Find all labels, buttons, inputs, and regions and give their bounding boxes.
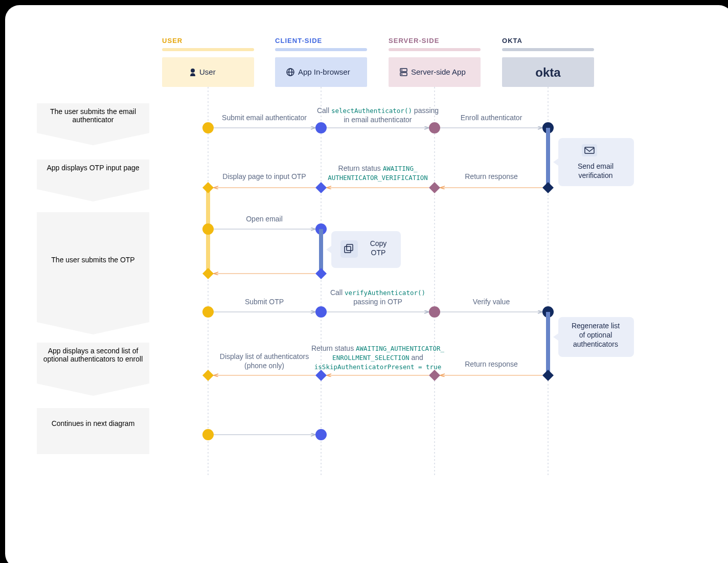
sequence-diagram: USER CLIENT-SIDE SERVER-SIDE OKTA User A… — [5, 5, 728, 563]
svg-point-23 — [429, 122, 440, 133]
lane-user-text: User — [199, 67, 216, 76]
note-regenerate: Regenerate list of optional authenticato… — [553, 317, 634, 357]
msg-verify-auth: Call verifyAuthenticator() — [330, 288, 425, 297]
msg-submit-otp: Submit OTP — [245, 298, 284, 306]
svg-text:verification: verification — [579, 171, 613, 179]
svg-point-67 — [202, 429, 214, 440]
svg-point-10 — [402, 70, 402, 71]
svg-rect-27 — [582, 144, 597, 156]
okta-logo: okta — [535, 65, 561, 79]
msg-enroll-auth: Enroll authenticator — [461, 114, 522, 122]
svg-point-37 — [202, 223, 214, 235]
lane-user-label: USER — [162, 37, 183, 44]
svg-rect-41 — [340, 240, 358, 258]
msg-return-response-2: Return response — [465, 360, 518, 368]
svg-text:(phone only): (phone only) — [244, 362, 284, 370]
msg-verify-value: Verify value — [473, 298, 510, 306]
svg-text:OTP: OTP — [371, 249, 386, 257]
step-1: The user submits the email authenticator — [37, 103, 149, 145]
note-send-email: Send email verification — [553, 138, 634, 186]
msg-select-auth: Call selectAuthenticator() passing — [317, 106, 439, 115]
msg-return-response-1: Return response — [465, 172, 518, 181]
lane-client-text: App In-browser — [298, 67, 350, 76]
lane-client-label: CLIENT-SIDE — [275, 37, 322, 44]
step-2: App displays OTP input page — [37, 160, 149, 201]
svg-rect-3 — [502, 48, 594, 51]
svg-rect-25 — [546, 128, 550, 188]
svg-point-22 — [315, 122, 327, 133]
msg-display-otp-page: Display page to input OTP — [222, 172, 306, 181]
svg-text:Regenerate list: Regenerate list — [572, 322, 620, 330]
lane-okta-label: OKTA — [502, 37, 522, 44]
svg-text:passing in OTP: passing in OTP — [353, 298, 402, 306]
svg-text:Send email: Send email — [578, 162, 613, 170]
svg-point-4 — [191, 69, 195, 73]
svg-text:authenticators: authenticators — [573, 340, 618, 348]
svg-point-52 — [315, 306, 327, 318]
svg-point-51 — [202, 306, 214, 318]
svg-point-21 — [202, 122, 214, 133]
lane-server-label: SERVER-SIDE — [389, 37, 439, 44]
svg-text:ENROLLMENT_SELECTION and: ENROLLMENT_SELECTION and — [332, 353, 423, 362]
step-5: Continues in next diagram — [37, 408, 149, 454]
svg-point-11 — [402, 74, 402, 75]
svg-point-68 — [315, 429, 327, 440]
svg-rect-2 — [389, 48, 481, 51]
svg-text:in email authenticator: in email authenticator — [344, 116, 412, 124]
lane-server-text: Server-side App — [411, 67, 466, 76]
step-4: App displays a second list of optional a… — [37, 343, 149, 396]
svg-rect-55 — [546, 312, 550, 375]
msg-open-email: Open email — [246, 215, 283, 223]
svg-text:of optional: of optional — [579, 331, 612, 339]
msg-awaiting-verify: Return status AWAITING_ — [338, 164, 418, 172]
msg-display-list: Display list of authenticators — [220, 352, 309, 361]
msg-awaiting-enroll: Return status AWAITING_AUTHENTICATOR_ — [311, 344, 445, 352]
svg-text:Copy: Copy — [370, 239, 387, 247]
svg-rect-39 — [319, 229, 323, 274]
msg-submit-email: Submit email authenticator — [222, 114, 307, 122]
svg-text:isSkipAuthenticatorPresent = t: isSkipAuthenticatorPresent = true — [314, 363, 441, 371]
svg-rect-0 — [162, 48, 254, 51]
svg-rect-1 — [275, 48, 367, 51]
note-copy-otp: Copy OTP — [326, 231, 401, 268]
svg-text:AUTHENTICATOR_VERIFICATION: AUTHENTICATOR_VERIFICATION — [328, 174, 428, 182]
step-3: The user submits the OTP — [37, 212, 149, 334]
svg-point-53 — [429, 306, 440, 318]
